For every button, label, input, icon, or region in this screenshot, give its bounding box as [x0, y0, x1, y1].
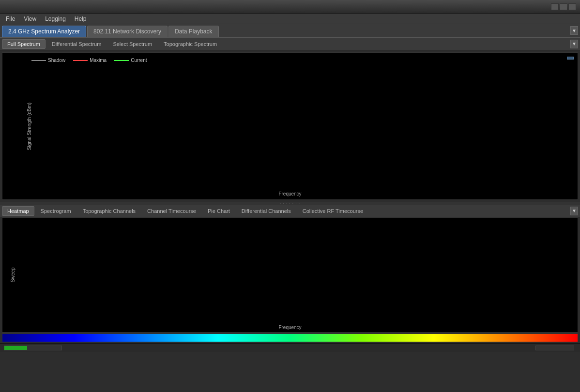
- splitter-handle: · · · · · · ·: [280, 201, 300, 206]
- maximize-button[interactable]: [560, 3, 567, 10]
- chart-legend: Shadow Maxima Current: [31, 58, 147, 63]
- menu-logging[interactable]: Logging: [41, 15, 70, 23]
- legend-current: Current: [114, 58, 147, 63]
- subtab-select-spectrum[interactable]: Select Spectrum: [107, 39, 157, 49]
- tab-heatmap[interactable]: Heatmap: [2, 206, 34, 216]
- title-bar: [0, 0, 580, 14]
- heatmap-x-label: Frequency: [278, 325, 301, 330]
- tab-differential-channels[interactable]: Differential Channels: [236, 206, 296, 216]
- x-axis-label: Frequency: [278, 191, 301, 196]
- menu-file[interactable]: File: [2, 15, 19, 23]
- menu-view[interactable]: View: [20, 15, 40, 23]
- colorbar: [2, 333, 578, 342]
- legend-shadow: Shadow: [31, 58, 65, 63]
- spectrum-chart: Shadow Maxima Current Signal Strength (d…: [2, 52, 578, 200]
- menu-bar: File View Logging Help: [0, 14, 580, 24]
- heatmap-title: [2, 218, 578, 222]
- network-scans-section: [535, 345, 576, 350]
- y-axis-label: Signal Strength (dBm): [27, 102, 32, 150]
- tab-collective-rf[interactable]: Collective RF Timecourse: [297, 206, 368, 216]
- analyzer-progress-bar: [4, 346, 62, 350]
- menu-help[interactable]: Help: [71, 15, 91, 23]
- close-button[interactable]: [568, 3, 576, 10]
- sub-tabs-dropdown[interactable]: ▼: [570, 40, 578, 48]
- subtab-differential-spectrum[interactable]: Differential Spectrum: [46, 39, 107, 49]
- heatmap-chart: Sweep Frequency: [2, 217, 578, 332]
- tab-data-playback[interactable]: Data Playback: [168, 26, 218, 37]
- minimize-button[interactable]: [551, 3, 559, 10]
- main-tabs: 2.4 GHz Spectrum Analyzer 802.11 Network…: [0, 24, 580, 38]
- network-progress-bar: [535, 346, 574, 350]
- cursor-readout: [567, 57, 574, 60]
- subtab-topographic-spectrum[interactable]: Topographic Spectrum: [158, 39, 222, 49]
- main-tabs-dropdown[interactable]: ▼: [570, 26, 578, 35]
- tab-topographic-channels[interactable]: Topographic Channels: [77, 206, 141, 216]
- analyzer-scans-section: [4, 345, 64, 350]
- tab-network-discovery[interactable]: 802.11 Network Discovery: [87, 26, 168, 37]
- bottom-tabs-dropdown[interactable]: ▼: [570, 207, 578, 215]
- subtab-full-spectrum[interactable]: Full Spectrum: [2, 39, 46, 49]
- status-bar: [0, 343, 580, 352]
- legend-maxima: Maxima: [73, 58, 107, 63]
- tab-pie-chart[interactable]: Pie Chart: [202, 206, 235, 216]
- sub-tabs: Full Spectrum Differential Spectrum Sele…: [0, 38, 580, 50]
- tab-channel-timecourse[interactable]: Channel Timecourse: [142, 206, 201, 216]
- tab-spectrogram[interactable]: Spectrogram: [35, 206, 76, 216]
- tab-spectrum-analyzer[interactable]: 2.4 GHz Spectrum Analyzer: [2, 26, 86, 37]
- bottom-tabs: Heatmap Spectrogram Topographic Channels…: [0, 205, 580, 217]
- heatmap-y-label: Sweep: [10, 268, 15, 283]
- window-controls: [551, 3, 576, 10]
